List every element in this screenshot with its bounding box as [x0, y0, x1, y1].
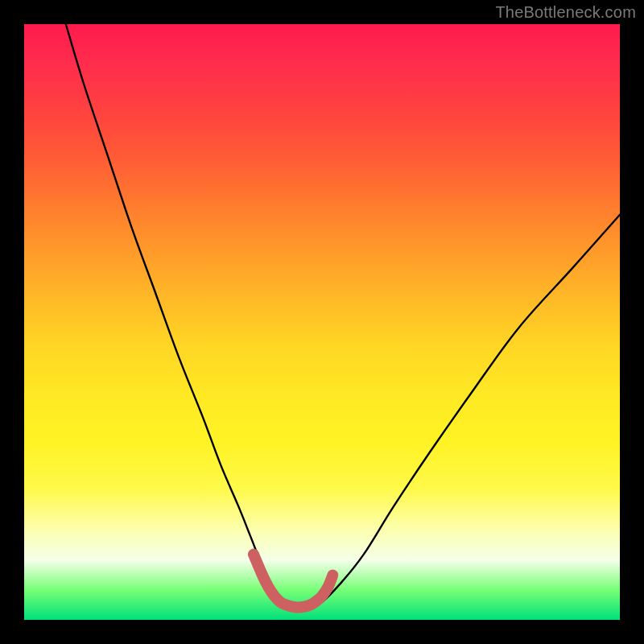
bottleneck-curve — [66, 24, 620, 609]
curve-svg — [24, 24, 620, 620]
highlight-segment — [254, 555, 332, 608]
chart-frame: TheBottleneck.com — [0, 0, 644, 644]
watermark-text: TheBottleneck.com — [495, 3, 636, 22]
plot-area — [24, 24, 620, 620]
